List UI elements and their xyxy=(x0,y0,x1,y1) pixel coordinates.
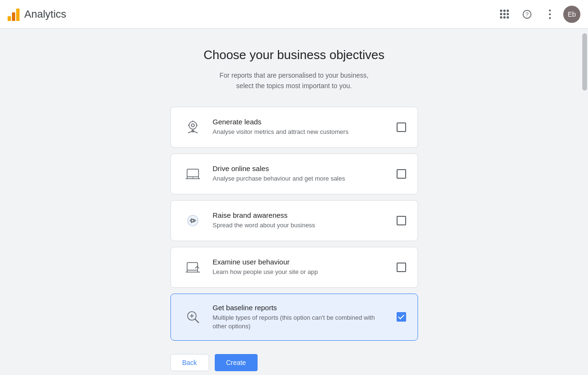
svg-line-23 xyxy=(195,319,199,323)
examine-user-behaviour-text: Examine user behaviour Learn how people … xyxy=(213,258,387,276)
drive-online-sales-checkbox[interactable] xyxy=(397,169,406,179)
raise-brand-awareness-icon xyxy=(182,210,203,231)
apps-icon xyxy=(500,10,509,19)
drive-online-sales-title: Drive online sales xyxy=(213,164,387,172)
options-list: Generate leads Analyse visitor metrics a… xyxy=(170,107,418,341)
page-title: Choose your business objectives xyxy=(203,48,384,62)
generate-leads-icon xyxy=(182,117,203,138)
option-drive-online-sales[interactable]: Drive online sales Analyse purchase beha… xyxy=(170,153,418,194)
raise-brand-awareness-title: Raise brand awareness xyxy=(213,211,387,219)
get-baseline-reports-text: Get baseline reports Multiple types of r… xyxy=(213,304,387,331)
svg-text:?: ? xyxy=(526,11,529,17)
more-icon xyxy=(549,10,551,19)
more-button[interactable] xyxy=(540,5,559,24)
get-baseline-reports-icon xyxy=(182,306,203,327)
page-subtitle: For reports that are personalised to you… xyxy=(219,70,369,91)
examine-user-behaviour-icon xyxy=(182,257,203,278)
examine-user-behaviour-title: Examine user behaviour xyxy=(213,258,387,266)
avatar[interactable]: Eb xyxy=(563,6,580,23)
option-get-baseline-reports[interactable]: Get baseline reports Multiple types of r… xyxy=(170,294,418,341)
raise-brand-awareness-desc: Spread the word about your business xyxy=(213,221,387,230)
analytics-logo xyxy=(8,8,20,21)
apps-button[interactable] xyxy=(495,5,514,24)
header-right: ? Eb xyxy=(495,5,580,24)
create-button[interactable]: Create xyxy=(215,354,258,371)
get-baseline-reports-desc: Multiple types of reports (this option c… xyxy=(213,314,387,331)
generate-leads-text: Generate leads Analyse visitor metrics a… xyxy=(213,118,387,136)
drive-online-sales-desc: Analyse purchase behaviour and get more … xyxy=(213,174,387,183)
app-title: Analytics xyxy=(24,8,66,20)
help-button[interactable]: ? xyxy=(518,5,537,24)
raise-brand-awareness-checkbox[interactable] xyxy=(397,216,406,225)
scrollbar-track[interactable] xyxy=(581,29,588,375)
header-left: Analytics xyxy=(8,8,66,21)
svg-rect-12 xyxy=(187,169,199,177)
help-icon: ? xyxy=(522,10,532,19)
svg-point-3 xyxy=(549,13,551,15)
examine-user-behaviour-checkbox[interactable] xyxy=(397,263,406,272)
option-generate-leads[interactable]: Generate leads Analyse visitor metrics a… xyxy=(170,107,418,148)
generate-leads-checkbox[interactable] xyxy=(397,122,406,132)
generate-leads-title: Generate leads xyxy=(213,118,387,126)
logo-bar-2 xyxy=(12,12,15,21)
button-row: Back Create xyxy=(170,354,418,371)
option-examine-user-behaviour[interactable]: Examine user behaviour Learn how people … xyxy=(170,247,418,288)
back-button[interactable]: Back xyxy=(170,354,209,371)
examine-user-behaviour-desc: Learn how people use your site or app xyxy=(213,268,387,276)
svg-point-4 xyxy=(549,17,551,19)
generate-leads-desc: Analyse visitor metrics and attract new … xyxy=(213,128,387,136)
subtitle-line-1: For reports that are personalised to you… xyxy=(219,71,369,79)
drive-online-sales-icon xyxy=(182,163,203,184)
main-content: Choose your business objectives For repo… xyxy=(0,29,588,375)
get-baseline-reports-checkbox[interactable] xyxy=(397,312,406,322)
header: Analytics ? xyxy=(0,0,588,29)
option-raise-brand-awareness[interactable]: Raise brand awareness Spread the word ab… xyxy=(170,200,418,241)
logo-bar-3 xyxy=(16,9,20,21)
svg-point-5 xyxy=(189,122,197,129)
svg-rect-18 xyxy=(187,263,198,270)
svg-rect-16 xyxy=(192,177,194,179)
logo-bar-1 xyxy=(8,16,11,21)
svg-point-6 xyxy=(191,124,194,127)
drive-online-sales-text: Drive online sales Analyse purchase beha… xyxy=(213,164,387,183)
svg-point-2 xyxy=(549,10,551,11)
svg-point-17 xyxy=(188,215,198,226)
get-baseline-reports-title: Get baseline reports xyxy=(213,304,387,312)
scrollbar-thumb[interactable] xyxy=(582,33,587,91)
raise-brand-awareness-text: Raise brand awareness Spread the word ab… xyxy=(213,211,387,230)
subtitle-line-2: select the topics most important to you. xyxy=(236,82,352,90)
